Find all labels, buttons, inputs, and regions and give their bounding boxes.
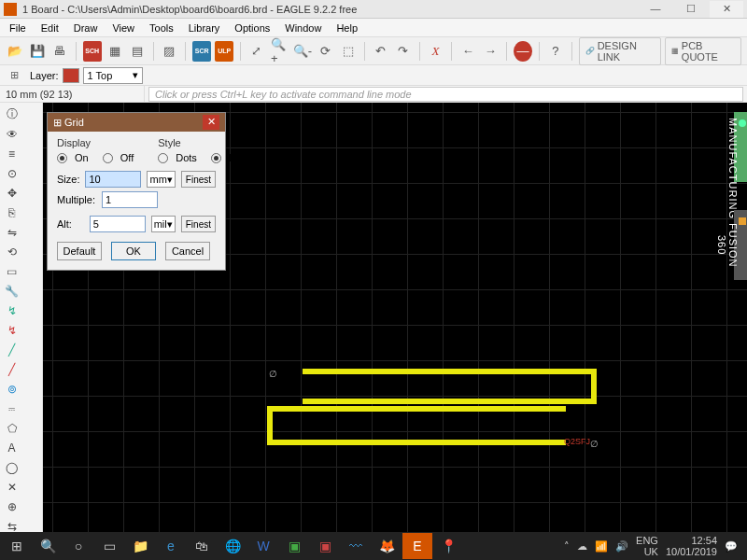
size-input[interactable] [85, 171, 141, 188]
pcb-trace-2[interactable] [267, 406, 566, 445]
grid-icon[interactable]: ⊞ [6, 67, 22, 84]
sch-button[interactable]: SCH [83, 41, 102, 62]
alt-input[interactable] [90, 216, 146, 232]
change-icon[interactable]: 🔧 [3, 282, 21, 301]
zoom-redraw-icon[interactable]: ⟳ [317, 41, 335, 62]
board-icon[interactable]: ▦ [106, 41, 124, 62]
app-green-icon[interactable]: ▣ [279, 533, 309, 559]
back-icon[interactable]: ← [458, 41, 477, 62]
style-dots-radio[interactable] [158, 153, 168, 163]
layer-dropdown[interactable]: 1 Top▾ [83, 67, 143, 84]
menu-library[interactable]: Library [181, 21, 228, 35]
start-button[interactable]: ⊞ [2, 533, 32, 559]
print-icon[interactable]: 🖶 [50, 41, 69, 62]
size-finest-button[interactable]: Finest [181, 171, 216, 188]
pcb-quote-button[interactable]: ▦ PCB QUOTE [665, 37, 741, 65]
stop-icon[interactable]: — [514, 41, 532, 62]
dialog-close-button[interactable]: ✕ [203, 115, 219, 130]
mark-icon[interactable]: ⊙ [3, 164, 21, 183]
style-lines-radio[interactable] [211, 153, 221, 163]
save-icon[interactable]: 💾 [28, 41, 47, 62]
layers-icon[interactable]: ≡ [3, 145, 21, 163]
eye-icon[interactable]: 👁 [3, 125, 21, 144]
undo-icon[interactable]: ↶ [372, 41, 390, 62]
maximize-button[interactable]: ☐ [674, 1, 708, 18]
pin-icon[interactable]: 📍 [433, 533, 463, 559]
info-icon[interactable]: ⓘ [3, 105, 21, 124]
line2-icon[interactable]: ╱ [3, 360, 21, 379]
route-icon[interactable]: ↯ [3, 301, 21, 320]
cancel-button[interactable]: Cancel [165, 242, 210, 260]
ok-button[interactable]: OK [111, 242, 156, 260]
wifi-icon[interactable]: 📶 [595, 540, 608, 553]
menu-draw[interactable]: Draw [66, 21, 106, 35]
via-icon[interactable]: ⊚ [3, 380, 21, 399]
system-tray[interactable]: ˄ ☁ 📶 🔊 ENG UK 12:54 10/01/2019 💬 [564, 535, 745, 557]
close-button[interactable]: ✕ [710, 1, 743, 18]
display-on-radio[interactable] [57, 153, 67, 163]
app-red-icon[interactable]: ▣ [310, 533, 340, 559]
ulp-button[interactable]: ULP [215, 41, 233, 62]
command-line[interactable]: Click or press Ctrl+L key to activate co… [148, 87, 743, 102]
word-icon[interactable]: W [248, 533, 278, 559]
onedrive-icon[interactable]: ☁ [577, 540, 587, 553]
signal-icon[interactable]: ⎓ [3, 399, 21, 418]
hole-icon[interactable]: ◯ [3, 458, 21, 477]
menu-window[interactable]: Window [277, 21, 329, 35]
app-wave-icon[interactable]: 〰 [341, 533, 371, 559]
group-icon[interactable]: ▭ [3, 262, 21, 281]
firefox-icon[interactable]: 🦊 [372, 533, 402, 559]
default-button[interactable]: Default [57, 242, 102, 260]
chrome-icon[interactable]: 🌐 [218, 533, 247, 559]
edge-icon[interactable]: e [156, 533, 186, 559]
design-link-button[interactable]: 🔗 DESIGN LINK [579, 37, 661, 65]
open-icon[interactable]: 📂 [6, 41, 24, 62]
zoom-fit-icon[interactable]: ⤢ [247, 41, 266, 62]
cam-icon[interactable]: ▨ [160, 41, 178, 62]
menu-options[interactable]: Options [227, 21, 277, 35]
copy-icon[interactable]: ⎘ [3, 203, 21, 222]
manufacturing-panel-tab[interactable]: MANUFACTURING [734, 112, 747, 182]
alt-finest-button[interactable]: Finest [181, 216, 216, 232]
alt-unit-select[interactable]: mil▾ [151, 216, 176, 232]
layer-swatch[interactable] [63, 68, 79, 83]
delete-icon[interactable]: ✕ [3, 478, 21, 497]
minimize-button[interactable]: — [639, 1, 672, 18]
pcb-trace-1[interactable] [303, 369, 597, 404]
search-icon[interactable]: 🔍 [33, 533, 63, 559]
menu-tools[interactable]: Tools [142, 21, 181, 35]
sheet-icon[interactable]: ▤ [128, 41, 147, 62]
text-icon[interactable]: A [3, 439, 21, 457]
line-icon[interactable]: ╱ [3, 341, 21, 359]
size-unit-select[interactable]: mm▾ [147, 171, 175, 188]
cancel-icon[interactable]: X [426, 41, 444, 62]
move-icon[interactable]: ✥ [3, 184, 21, 203]
zoom-select-icon[interactable]: ⬚ [339, 41, 358, 62]
fusion360-panel-tab[interactable]: FUSION 360 [734, 210, 747, 280]
cortana-icon[interactable]: ○ [63, 533, 93, 559]
redo-icon[interactable]: ↷ [394, 41, 413, 62]
taskview-icon[interactable]: ▭ [94, 533, 124, 559]
display-off-radio[interactable] [103, 153, 113, 163]
notifications-icon[interactable]: 💬 [725, 540, 738, 553]
poly-icon[interactable]: ⬠ [3, 419, 21, 438]
menu-help[interactable]: Help [329, 21, 365, 35]
volume-icon[interactable]: 🔊 [615, 540, 628, 553]
add-icon[interactable]: ⊕ [3, 497, 21, 516]
eagle-taskbar-icon[interactable]: E [402, 533, 432, 559]
menu-view[interactable]: View [105, 21, 142, 35]
store-icon[interactable]: 🛍 [187, 533, 217, 559]
rotate-icon[interactable]: ⟲ [3, 243, 21, 261]
mirror-icon[interactable]: ⇋ [3, 223, 21, 242]
zoom-in-icon[interactable]: 🔍+ [270, 41, 289, 62]
tray-up-icon[interactable]: ˄ [564, 540, 570, 553]
multiple-input[interactable] [102, 191, 158, 208]
explorer-icon[interactable]: 📁 [125, 533, 155, 559]
zoom-out-icon[interactable]: 🔍- [292, 41, 313, 62]
forward-icon[interactable]: → [481, 41, 500, 62]
menu-edit[interactable]: Edit [34, 21, 66, 35]
scr-button[interactable]: SCR [192, 41, 211, 62]
menu-file[interactable]: File [2, 21, 34, 35]
ripup-icon[interactable]: ↯ [3, 321, 21, 340]
help-icon[interactable]: ? [546, 41, 565, 62]
